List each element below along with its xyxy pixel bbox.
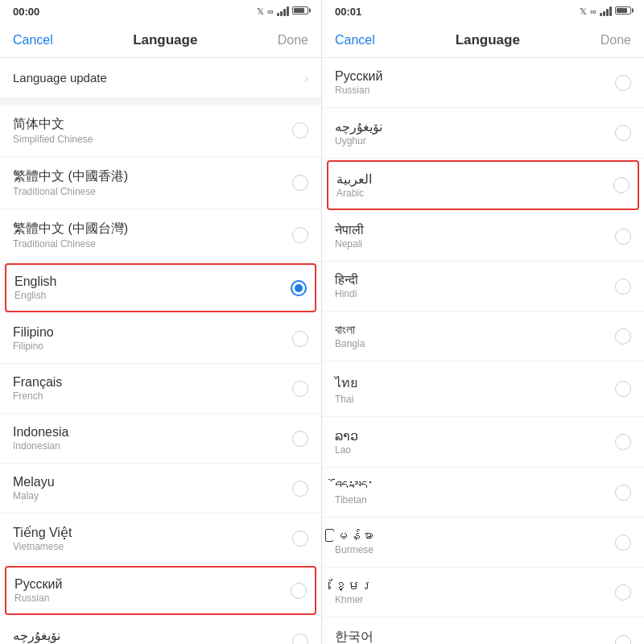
item-sub-uyghur-top: Uyghur — [335, 135, 615, 147]
radio-selected-icon — [291, 280, 307, 296]
left-cancel-button[interactable]: Cancel — [13, 33, 53, 47]
item-name-hindi: हिन्दी — [335, 273, 615, 287]
item-text-traditional-chinese-tw: 繁體中文 (中國台灣) Traditional Chinese — [13, 221, 292, 250]
radio-unselected-icon — [615, 328, 631, 345]
list-item-traditional-chinese-tw[interactable]: 繁體中文 (中國台灣) Traditional Chinese — [0, 209, 321, 262]
list-item-uyghur[interactable]: نۆيغۇرچە Uyghur — [0, 617, 321, 644]
item-text-indonesia: Indonesia Indonesian — [13, 425, 292, 452]
list-item-korean[interactable]: 한국어 Korean — [322, 617, 644, 644]
item-name-russian-top: Русский — [335, 69, 615, 84]
left-done-button[interactable]: Done — [278, 33, 308, 47]
item-text-bangla: বাংলা Bangla — [335, 323, 615, 349]
list-item-uyghur-top[interactable]: نۆيغۇرچە Uyghur — [322, 108, 644, 159]
list-item-french[interactable]: Français French — [0, 364, 321, 414]
infinity-icon: ∞ — [267, 6, 274, 16]
item-name-filipino: Filipino — [13, 325, 292, 340]
chevron-right-icon: › — [304, 72, 308, 85]
right-cancel-button[interactable]: Cancel — [335, 33, 375, 47]
list-item-thai[interactable]: ไทย Thai — [322, 361, 644, 417]
right-time: 00:01 — [335, 6, 361, 18]
item-text-malay: Melayu Malay — [13, 475, 292, 502]
right-status-bar: 00:01 𝕏 ∞ — [322, 0, 644, 23]
item-text-nepali: नेपाली Nepali — [335, 223, 615, 250]
item-name-uyghur-top: نۆيغۇرچە — [335, 119, 615, 134]
list-item-russian-top[interactable]: Русский Russian — [322, 58, 644, 108]
left-phone-panel: 00:00 𝕏 ∞ Cancel Language Done La — [0, 0, 322, 644]
item-text-hindi: हिन्दी Hindi — [335, 273, 615, 299]
left-nav-bar: Cancel Language Done — [0, 23, 321, 58]
radio-unselected-icon — [292, 530, 308, 547]
item-sub-simplified-chinese: Simplified Chinese — [13, 134, 292, 145]
right-nav-bar: Cancel Language Done — [322, 23, 644, 58]
item-text-vietnamese: Tiếng Việt Vietnamese — [13, 525, 292, 552]
item-text-arabic: العربية Arabic — [336, 171, 613, 199]
right-language-list: Русский Russian نۆيغۇرچە Uyghur العربية … — [322, 58, 644, 644]
item-text-simplified-chinese: 简体中文 Simplified Chinese — [13, 116, 292, 145]
item-name-burmese: မြန်မာ — [335, 529, 615, 543]
radio-unselected-icon — [615, 229, 631, 245]
list-item-lao[interactable]: ລາວ Lao — [322, 417, 644, 468]
list-item-nepali[interactable]: नेपाली Nepali — [322, 212, 644, 262]
item-text-french: Français French — [13, 375, 292, 402]
item-sub-lao: Lao — [335, 444, 615, 456]
item-name-bangla: বাংলা — [335, 323, 615, 337]
item-sub-khmer: Khmer — [335, 594, 615, 605]
item-name-arabic: العربية — [336, 171, 613, 187]
right-phone-panel: 00:01 𝕏 ∞ Cancel Language Done Ру — [322, 0, 644, 644]
item-name-traditional-chinese-hk: 繁體中文 (中國香港) — [13, 168, 292, 185]
item-name-indonesia: Indonesia — [13, 425, 292, 440]
item-name-english: English — [14, 275, 291, 289]
item-name-vietnamese: Tiếng Việt — [13, 525, 292, 540]
twitter-icon: 𝕏 — [257, 6, 264, 17]
list-item-english[interactable]: English English — [5, 263, 316, 312]
item-sub-traditional-chinese-hk: Traditional Chinese — [13, 186, 292, 197]
item-sub-indonesia: Indonesian — [13, 440, 292, 452]
radio-unselected-icon — [292, 331, 308, 347]
list-item-indonesia[interactable]: Indonesia Indonesian — [0, 414, 321, 464]
item-name-lao: ລາວ — [335, 428, 615, 444]
right-nav-title: Language — [456, 32, 520, 48]
radio-unselected-icon — [292, 175, 308, 191]
item-sub-russian: Russian — [14, 592, 291, 604]
battery-icon-right — [615, 6, 631, 17]
item-text-tibetan: བོད་སྐད་ Tibetan — [335, 479, 615, 506]
list-item-bangla[interactable]: বাংলা Bangla — [322, 312, 644, 361]
twitter-icon-right: 𝕏 — [580, 6, 587, 17]
item-sub-tibetan: Tibetan — [335, 494, 615, 506]
list-item-filipino[interactable]: Filipino Filipino — [0, 314, 321, 364]
list-item-tibetan[interactable]: བོད་སྐད་ Tibetan — [322, 468, 644, 518]
item-sub-hindi: Hindi — [335, 288, 615, 299]
item-name-malay: Melayu — [13, 475, 292, 489]
list-item-arabic[interactable]: العربية Arabic — [327, 160, 639, 210]
radio-unselected-icon — [292, 481, 308, 497]
item-name-khmer: ខ្មែរ — [335, 579, 615, 593]
battery-icon — [292, 6, 308, 17]
list-item-khmer[interactable]: ខ្មែរ Khmer — [322, 568, 644, 617]
left-language-list: Language update › 简体中文 Simplified Chines… — [0, 58, 321, 644]
radio-unselected-icon — [615, 381, 631, 397]
item-sub-nepali: Nepali — [335, 238, 615, 250]
language-update-row[interactable]: Language update › — [0, 58, 321, 98]
item-sub-thai: Thai — [335, 394, 615, 405]
radio-unselected-icon — [615, 485, 631, 501]
list-item-russian[interactable]: Русский Russian — [5, 566, 316, 615]
left-nav-title: Language — [133, 32, 197, 48]
right-done-button[interactable]: Done — [601, 33, 631, 47]
item-text-uyghur: نۆيغۇرچە Uyghur — [13, 628, 292, 644]
item-sub-french: French — [13, 390, 292, 402]
list-item-malay[interactable]: Melayu Malay — [0, 464, 321, 514]
signal-icon — [277, 6, 289, 16]
list-item-traditional-chinese-hk[interactable]: 繁體中文 (中國香港) Traditional Chinese — [0, 157, 321, 209]
list-item-vietnamese[interactable]: Tiếng Việt Vietnamese — [0, 514, 321, 564]
list-item-simplified-chinese[interactable]: 简体中文 Simplified Chinese — [0, 105, 321, 157]
item-text-burmese: မြန်မာ Burmese — [335, 529, 615, 555]
left-time: 00:00 — [13, 6, 39, 18]
right-status-icons: 𝕏 ∞ — [580, 6, 631, 17]
list-item-burmese[interactable]: မြန်မာ Burmese — [322, 518, 644, 568]
item-sub-arabic: Arabic — [336, 188, 613, 199]
item-sub-malay: Malay — [13, 490, 292, 502]
infinity-icon-right: ∞ — [590, 6, 597, 16]
radio-unselected-icon — [615, 434, 631, 450]
list-item-hindi[interactable]: हिन्दी Hindi — [322, 262, 644, 312]
item-name-french: Français — [13, 375, 292, 390]
